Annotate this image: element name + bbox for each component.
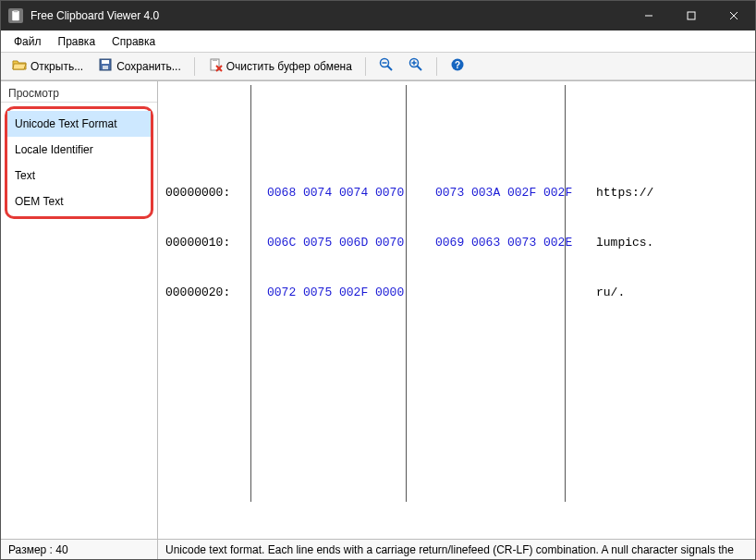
hex-ascii: https://	[585, 185, 653, 201]
status-size: Размер : 40	[1, 540, 158, 559]
hex-ascii: ru/.	[585, 285, 625, 301]
close-button[interactable]	[713, 1, 755, 30]
clear-button[interactable]: Очистить буфер обмена	[202, 55, 358, 77]
toolbar: Открыть... Сохранить... Очистить буфер о…	[1, 53, 755, 80]
sidebar-item-unicode-text[interactable]: Unicode Text Format	[7, 111, 151, 137]
svg-rect-7	[102, 60, 109, 64]
sidebar-header: Просмотр	[1, 83, 157, 103]
hex-row: 00000020: 0072 0075 002F 0000 ru/.	[165, 285, 748, 301]
clear-label: Очистить буфер обмена	[226, 60, 352, 73]
help-button[interactable]: ?	[445, 55, 470, 77]
titlebar: Free Clipboard Viewer 4.0	[1, 1, 755, 30]
svg-rect-0	[12, 11, 19, 21]
hex-bytes: 0069 0063 0073 002E	[435, 235, 585, 251]
window-title: Free Clipboard Viewer 4.0	[30, 9, 628, 22]
menu-edit[interactable]: Правка	[51, 33, 104, 50]
toolbar-separator	[365, 57, 366, 76]
clipboard-clear-icon	[208, 57, 223, 75]
svg-rect-10	[213, 58, 217, 61]
hex-row: 00000000: 0068 0074 0074 0070 0073 003A …	[165, 185, 748, 201]
format-list: Unicode Text Format Locale Identifier Te…	[5, 106, 153, 219]
hex-offset: 00000000:	[165, 185, 249, 201]
status-description: Unicode text format. Each line ends with…	[158, 540, 755, 559]
sidebar-item-oem-text[interactable]: OEM Text	[7, 189, 151, 214]
hex-row: 00000010: 006C 0075 006D 0070 0069 0063 …	[165, 235, 748, 251]
sidebar-item-text[interactable]: Text	[7, 163, 151, 189]
save-label: Сохранить...	[116, 60, 181, 73]
svg-line-17	[417, 66, 421, 70]
hex-bytes: 006C 0075 006D 0070	[267, 235, 417, 251]
hex-bytes: 0068 0074 0074 0070	[267, 185, 417, 201]
hex-bytes: 0073 003A 002F 002F	[435, 185, 585, 201]
menu-help[interactable]: Справка	[104, 33, 163, 50]
zoom-in-icon	[408, 57, 423, 75]
sidebar: Просмотр Unicode Text Format Locale Iden…	[1, 81, 158, 539]
zoom-out-icon	[379, 57, 394, 75]
folder-open-icon	[12, 57, 27, 75]
minimize-button[interactable]	[628, 1, 670, 30]
open-button[interactable]: Открыть...	[6, 55, 89, 77]
maximize-button[interactable]	[670, 1, 713, 30]
open-label: Открыть...	[30, 60, 83, 73]
window-controls	[628, 1, 755, 30]
toolbar-separator	[436, 57, 437, 76]
hex-bytes	[435, 285, 585, 301]
hex-offset: 00000010:	[165, 235, 249, 251]
app-window: Free Clipboard Viewer 4.0 Файл Правка Сп…	[0, 0, 756, 560]
svg-rect-1	[14, 10, 18, 12]
content-area: Просмотр Unicode Text Format Locale Iden…	[1, 80, 755, 539]
zoom-in-button[interactable]	[403, 55, 429, 77]
hex-viewer[interactable]: 00000000: 0068 0074 0074 0070 0073 003A …	[158, 81, 755, 539]
hex-ascii: lumpics.	[585, 235, 653, 251]
zoom-out-button[interactable]	[373, 55, 399, 77]
toolbar-separator	[194, 57, 195, 76]
svg-rect-3	[688, 12, 695, 19]
save-button[interactable]: Сохранить...	[92, 55, 187, 77]
save-icon	[98, 57, 113, 75]
svg-rect-8	[103, 66, 108, 69]
statusbar: Размер : 40 Unicode text format. Each li…	[1, 539, 755, 559]
menu-file[interactable]: Файл	[6, 33, 49, 50]
svg-line-14	[387, 66, 392, 70]
hex-offset: 00000020:	[165, 285, 249, 301]
help-icon: ?	[450, 57, 465, 75]
svg-text:?: ?	[455, 60, 460, 70]
hex-bytes: 0072 0075 002F 0000	[267, 285, 417, 301]
sidebar-item-locale-identifier[interactable]: Locale Identifier	[7, 137, 151, 163]
app-icon	[8, 8, 23, 23]
menubar: Файл Правка Справка	[1, 30, 755, 53]
